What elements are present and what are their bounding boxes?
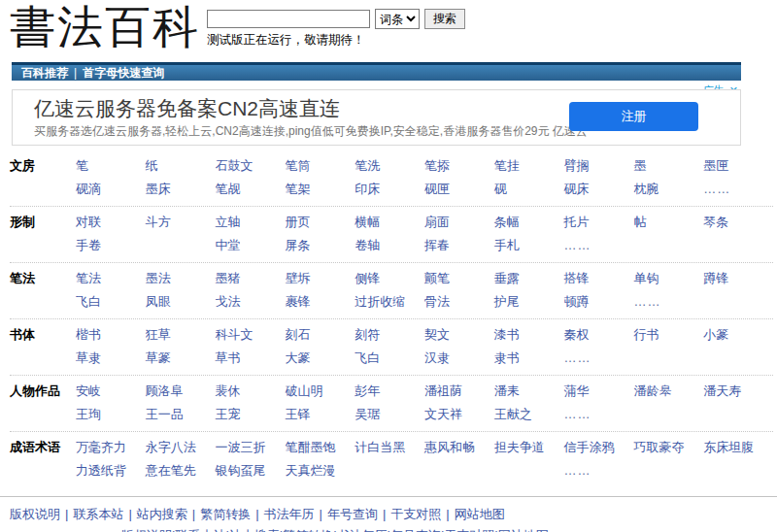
entry-link[interactable]: 潘祖荫 — [424, 383, 494, 398]
footer-link-7[interactable]: 网站地图 — [455, 507, 505, 521]
entry-link[interactable]: 楷书 — [76, 327, 146, 342]
entry-link[interactable]: 行书 — [633, 327, 703, 342]
entry-link[interactable]: 刻符 — [355, 327, 424, 342]
entry-link[interactable]: 笔筒 — [285, 158, 355, 173]
entry-link[interactable]: 万毫齐力 — [76, 440, 146, 454]
nav-item-0[interactable]: 百科推荐 — [21, 66, 68, 80]
search-button[interactable]: 搜索 — [424, 9, 465, 29]
entry-link[interactable]: 顾洛阜 — [146, 383, 216, 398]
entry-link[interactable]: 扇面 — [424, 215, 494, 229]
entry-link[interactable]: 砚匣 — [424, 182, 494, 196]
entry-link[interactable]: 狂草 — [146, 327, 216, 342]
entry-link[interactable]: 颤笔 — [424, 271, 494, 285]
entry-link[interactable]: 惠风和畅 — [424, 440, 494, 454]
entry-link[interactable]: 手札 — [494, 238, 564, 252]
entry-link[interactable]: 笔掭 — [424, 158, 494, 173]
entry-link[interactable]: 潘天寿 — [703, 383, 773, 398]
entry-link[interactable]: 永字八法 — [146, 440, 216, 454]
entry-link[interactable]: 蒲华 — [564, 383, 634, 398]
entry-link[interactable]: 斗方 — [146, 215, 216, 229]
footer-link-5[interactable]: 年号查询 — [327, 507, 378, 521]
entry-link[interactable]: 石鼓文 — [216, 158, 286, 173]
entry-link[interactable]: 大篆 — [285, 350, 355, 365]
footer-link-1[interactable]: 联系本站 — [73, 507, 123, 521]
entry-link[interactable]: 侧锋 — [355, 271, 424, 285]
entry-link[interactable]: 臂搁 — [564, 158, 634, 173]
entry-link[interactable]: 立轴 — [216, 215, 286, 229]
entry-link[interactable]: 中堂 — [216, 238, 286, 252]
entry-link[interactable]: 汉隶 — [424, 350, 494, 365]
entry-link[interactable]: 意在笔先 — [146, 463, 216, 478]
entry-link[interactable]: 砚 — [494, 182, 564, 196]
footer-link-3[interactable]: 繁简转换 — [200, 507, 251, 521]
entry-link[interactable]: 裹锋 — [285, 294, 355, 309]
entry-link[interactable]: 飞白 — [76, 294, 146, 309]
entry-link[interactable]: 托片 — [564, 215, 634, 229]
entry-link[interactable]: 单钩 — [633, 271, 703, 285]
ad-box[interactable]: 亿速云服务器免备案CN2高速直连 买服务器选亿速云服务器,轻松上云,CN2高速连… — [12, 89, 741, 146]
entry-link[interactable]: 凤眼 — [146, 294, 216, 309]
entry-link[interactable]: 戈法 — [216, 294, 286, 309]
entry-link[interactable]: 砚滴 — [76, 182, 146, 196]
entry-link[interactable]: 彭年 — [355, 383, 424, 398]
entry-link[interactable]: 小篆 — [703, 327, 773, 342]
entry-link[interactable]: 王铎 — [285, 407, 355, 421]
entry-link[interactable]: 契文 — [424, 327, 494, 342]
entry-link[interactable]: 墨床 — [146, 182, 216, 196]
entry-link[interactable]: 墨匣 — [703, 158, 773, 173]
entry-link[interactable]: 力透纸背 — [76, 463, 146, 478]
entry-link[interactable]: 蹲锋 — [703, 271, 773, 285]
entry-link[interactable]: 琴条 — [703, 215, 773, 229]
entry-link[interactable]: 草书 — [216, 350, 286, 365]
entry-link[interactable]: 顿蹲 — [564, 294, 634, 309]
entry-link[interactable]: 裴休 — [216, 383, 286, 398]
entry-link[interactable]: 印床 — [355, 182, 424, 196]
entry-link[interactable]: 笔架 — [285, 182, 355, 196]
entry-link[interactable]: 纸 — [146, 158, 216, 173]
entry-link[interactable]: 枕腕 — [633, 182, 703, 196]
entry-link[interactable]: 骨法 — [424, 294, 494, 309]
entry-link[interactable]: 草隶 — [76, 350, 146, 365]
entry-link[interactable]: 册页 — [285, 215, 355, 229]
entry-link[interactable]: 条幅 — [494, 215, 564, 229]
entry-link[interactable]: 吴琚 — [355, 407, 424, 421]
entry-link[interactable]: 帖 — [633, 215, 703, 229]
entry-link[interactable]: 刻石 — [285, 327, 355, 342]
entry-link[interactable]: 墨猪 — [216, 271, 286, 285]
entry-link[interactable]: 手卷 — [76, 238, 146, 252]
entry-link[interactable]: 担夫争道 — [494, 440, 564, 454]
entry-link[interactable]: 笔觇 — [216, 182, 286, 196]
entry-link[interactable]: 壁坼 — [285, 271, 355, 285]
entry-link[interactable]: 漆书 — [494, 327, 564, 342]
search-input[interactable] — [207, 10, 370, 28]
entry-link[interactable]: 信手涂鸦 — [564, 440, 634, 454]
ad-title[interactable]: 亿速云服务器免备案CN2高速直连 — [34, 95, 340, 122]
entry-link[interactable]: 王珣 — [76, 407, 146, 421]
entry-link[interactable]: 巧取豪夺 — [633, 440, 703, 454]
entry-link[interactable]: 潘耒 — [494, 383, 564, 398]
entry-link[interactable]: 屏条 — [285, 238, 355, 252]
entry-link[interactable]: 计白当黑 — [355, 440, 424, 454]
search-type-select[interactable]: 词条 — [375, 9, 420, 29]
entry-link[interactable]: 笔 — [76, 158, 146, 173]
entry-link[interactable]: 银钩虿尾 — [216, 463, 286, 478]
entry-link[interactable]: 笔洗 — [355, 158, 424, 173]
entry-link[interactable]: 墨 — [633, 158, 703, 173]
footer-link-6[interactable]: 干支对照 — [390, 507, 441, 521]
entry-link[interactable]: 过折收缩 — [355, 294, 424, 309]
entry-link[interactable]: 科斗文 — [216, 327, 286, 342]
entry-link[interactable]: 砚床 — [564, 182, 634, 196]
entry-link[interactable]: 笔酣墨饱 — [285, 440, 355, 454]
entry-link[interactable]: 笔挂 — [494, 158, 564, 173]
entry-link[interactable]: 卷轴 — [355, 238, 424, 252]
entry-link[interactable]: 安岐 — [76, 383, 146, 398]
entry-link[interactable]: 垂露 — [494, 271, 564, 285]
entry-link[interactable]: 草篆 — [146, 350, 216, 365]
entry-link[interactable]: 对联 — [76, 215, 146, 229]
nav-item-1[interactable]: 首字母快速查询 — [83, 66, 164, 80]
entry-link[interactable]: 一波三折 — [216, 440, 286, 454]
ad-register-button[interactable]: 注册 — [569, 102, 698, 131]
entry-link[interactable]: 搭锋 — [564, 271, 634, 285]
entry-link[interactable]: 笔法 — [76, 271, 146, 285]
entry-link[interactable]: 破山明 — [285, 383, 355, 398]
